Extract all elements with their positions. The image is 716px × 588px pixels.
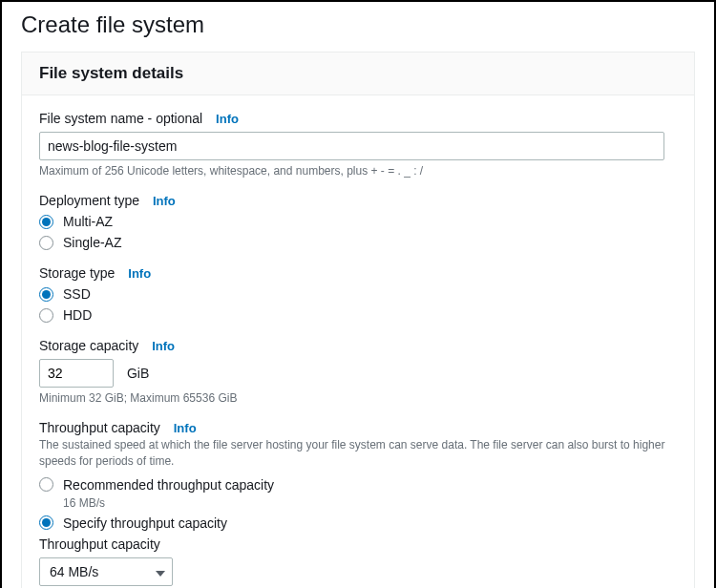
storage-type-ssd-label: SSD xyxy=(63,286,91,302)
deployment-multi-az-label: Multi-AZ xyxy=(63,214,113,229)
fs-name-label: File system name - optional xyxy=(39,111,202,126)
throughput-recommended-sub: 16 MB/s xyxy=(63,496,677,510)
deployment-type-section: Deployment type Info Multi-AZ Single-AZ xyxy=(39,193,677,250)
radio-icon xyxy=(39,287,53,302)
storage-type-hdd-label: HDD xyxy=(63,307,92,323)
radio-icon xyxy=(39,477,53,492)
storage-type-info-link[interactable]: Info xyxy=(128,266,151,281)
storage-capacity-label-row: Storage capacity Info xyxy=(39,338,677,353)
deployment-multi-az-radio[interactable]: Multi-AZ xyxy=(39,214,677,229)
throughput-recommended-radio[interactable]: Recommended throughput capacity xyxy=(39,477,677,493)
storage-capacity-unit: GiB xyxy=(127,366,149,381)
deployment-type-label: Deployment type xyxy=(39,193,139,208)
panel-body: File system name - optional Info Maximum… xyxy=(22,95,694,586)
storage-capacity-label: Storage capacity xyxy=(39,338,138,353)
storage-capacity-helper: Minimum 32 GiB; Maximum 65536 GiB xyxy=(39,391,677,405)
storage-type-label-row: Storage type Info xyxy=(39,265,677,281)
radio-icon xyxy=(39,308,53,323)
storage-capacity-input-row: GiB xyxy=(39,359,677,388)
throughput-recommended-label: Recommended throughput capacity xyxy=(63,477,274,493)
radio-icon xyxy=(39,236,53,250)
radio-icon xyxy=(39,515,53,530)
deployment-type-info-link[interactable]: Info xyxy=(153,194,176,208)
storage-capacity-info-link[interactable]: Info xyxy=(152,339,175,353)
fs-name-input[interactable] xyxy=(39,132,664,160)
fs-name-info-link[interactable]: Info xyxy=(216,112,239,126)
throughput-label: Throughput capacity xyxy=(39,420,160,435)
radio-icon xyxy=(39,215,53,229)
page-title: Create file system xyxy=(2,2,714,52)
storage-capacity-section: Storage capacity Info GiB Minimum 32 GiB… xyxy=(39,338,677,405)
throughput-helper: The sustained speed at which the file se… xyxy=(39,437,677,470)
storage-capacity-input[interactable] xyxy=(39,359,114,388)
deployment-single-az-label: Single-AZ xyxy=(63,235,121,250)
storage-type-ssd-radio[interactable]: SSD xyxy=(39,286,677,302)
storage-type-section: Storage type Info SSD HDD xyxy=(39,265,677,323)
deployment-single-az-radio[interactable]: Single-AZ xyxy=(39,235,677,250)
storage-type-hdd-radio[interactable]: HDD xyxy=(39,307,677,323)
throughput-specify-label: Specify throughput capacity xyxy=(63,515,227,531)
throughput-info-link[interactable]: Info xyxy=(174,421,197,435)
deployment-type-label-row: Deployment type Info xyxy=(39,193,677,208)
file-system-details-panel: File system details File system name - o… xyxy=(21,52,695,588)
fs-name-section: File system name - optional Info Maximum… xyxy=(39,111,677,178)
throughput-specify-radio[interactable]: Specify throughput capacity xyxy=(39,515,677,531)
fs-name-helper: Maximum of 256 Unicode letters, whitespa… xyxy=(39,164,677,178)
storage-type-label: Storage type xyxy=(39,265,115,281)
throughput-select[interactable]: 64 MB/s xyxy=(39,557,173,586)
create-file-system-page: Create file system File system details F… xyxy=(0,0,716,588)
throughput-select-label: Throughput capacity xyxy=(39,536,677,552)
panel-header: File system details xyxy=(22,52,694,95)
throughput-select-wrap[interactable]: 64 MB/s xyxy=(39,557,173,586)
fs-name-label-row: File system name - optional Info xyxy=(39,111,677,126)
throughput-label-row: Throughput capacity Info xyxy=(39,420,677,435)
throughput-section: Throughput capacity Info The sustained s… xyxy=(39,420,677,586)
